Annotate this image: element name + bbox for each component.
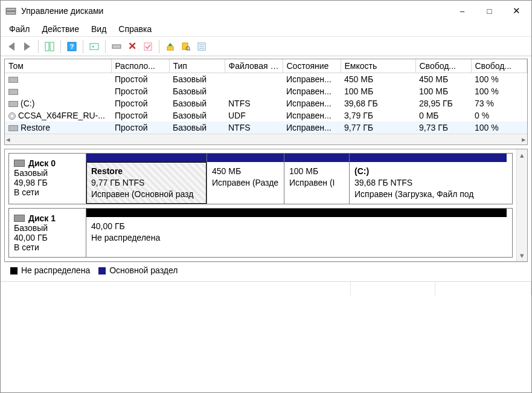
properties-button[interactable] — [141, 39, 155, 54]
legend: Не распределена Основной раздел — [4, 262, 528, 279]
col-capacity[interactable]: Емкость — [341, 59, 415, 73]
volume-layout: Простой — [111, 97, 169, 109]
list-button[interactable] — [194, 39, 209, 54]
volume-freepct: 100 % — [471, 122, 527, 134]
partition[interactable]: 100 МБИсправен (I — [284, 154, 350, 204]
partition-status: Исправен (Разде — [212, 178, 278, 187]
volume-free: 450 МБ — [415, 73, 471, 86]
vertical-scrollbar[interactable]: ▴ ▾ — [516, 149, 527, 261]
volume-status: Исправен... — [283, 122, 341, 134]
title-bar: Управление дисками – □ ✕ — [1, 1, 531, 21]
disk-row: Диск 1Базовый40,00 ГБВ сети40,00 ГБНе ра… — [8, 208, 513, 258]
disk-size: 49,98 ГБ — [14, 178, 81, 187]
toolbar: ? ✕ — [1, 37, 531, 56]
volume-layout: Простой — [111, 122, 169, 134]
partition[interactable]: Restore9,77 ГБ NTFSИсправен (Основной ра… — [86, 154, 207, 204]
volume-status: Исправен... — [283, 73, 341, 86]
volume-capacity: 39,68 ГБ — [341, 97, 415, 109]
drive-icon — [8, 101, 18, 107]
partition-size: 450 МБ — [212, 166, 241, 176]
delete-button[interactable]: ✕ — [125, 39, 139, 54]
disk-type: Базовый — [14, 223, 81, 233]
show-hide-tree-button[interactable] — [42, 39, 57, 54]
partition[interactable]: 450 МБИсправен (Разде — [207, 154, 284, 204]
svg-rect-3 — [50, 42, 54, 51]
col-volume[interactable]: Том — [5, 59, 111, 73]
disk-row: Диск 0Базовый49,98 ГБВ сетиRestore9,77 Г… — [8, 153, 513, 204]
volume-layout: Простой — [111, 73, 169, 86]
disc-icon — [8, 112, 16, 120]
search-button[interactable] — [179, 39, 193, 54]
volume-free: 28,95 ГБ — [415, 97, 471, 109]
refresh-button[interactable] — [87, 39, 101, 54]
partition-status: Исправен (I — [289, 178, 335, 187]
column-headers[interactable]: Том Располо... Тип Файловая с... Состоян… — [5, 59, 527, 73]
col-free[interactable]: Свобод... — [415, 59, 471, 73]
maximize-button[interactable]: □ — [476, 2, 503, 19]
svg-rect-0 — [6, 8, 16, 11]
horizontal-scrollbar[interactable]: ◂ ▸ — [5, 134, 527, 145]
partition-status: Не распределена — [91, 233, 160, 242]
up-button[interactable] — [163, 39, 178, 54]
volume-freepct: 100 % — [471, 73, 527, 86]
volume-row[interactable]: CCSA_X64FRE_RU-...ПростойБазовыйUDFИспра… — [5, 109, 527, 122]
help-button[interactable]: ? — [65, 39, 79, 54]
col-status[interactable]: Состояние — [283, 59, 341, 73]
volume-name: CCSA_X64FRE_RU-... — [18, 111, 105, 120]
volume-type: Базовый — [169, 73, 225, 86]
col-fs[interactable]: Файловая с... — [225, 59, 283, 73]
legend-unallocated: Не распределена — [10, 265, 90, 275]
scroll-left-icon[interactable]: ◂ — [6, 135, 10, 144]
col-type[interactable]: Тип — [169, 59, 225, 73]
disk-title: Диск 0 — [28, 158, 56, 168]
disk-label[interactable]: Диск 0Базовый49,98 ГБВ сети — [9, 154, 86, 204]
svg-rect-6 — [90, 44, 98, 50]
col-freepct[interactable]: Свобод... — [471, 59, 527, 73]
scroll-down-icon[interactable]: ▾ — [520, 251, 524, 260]
volume-row[interactable]: RestoreПростойБазовыйNTFSИсправен...9,77… — [5, 122, 527, 134]
partition-status: Исправен (Загрузка, Файл под — [354, 189, 474, 199]
close-button[interactable]: ✕ — [503, 2, 530, 19]
volume-fs — [225, 85, 283, 97]
partition[interactable]: (C:)39,68 ГБ NTFSИсправен (Загрузка, Фай… — [350, 154, 507, 204]
partition-name: (C:) — [354, 166, 369, 176]
volume-capacity: 100 МБ — [341, 85, 415, 97]
svg-rect-7 — [112, 45, 121, 48]
menu-view[interactable]: Вид — [85, 22, 112, 36]
toolbar-separator — [83, 40, 83, 53]
forward-button[interactable] — [20, 39, 34, 54]
disk-label[interactable]: Диск 1Базовый40,00 ГБВ сети — [9, 209, 86, 257]
menu-help[interactable]: Справка — [112, 22, 158, 36]
disk-map: Диск 0Базовый49,98 ГБВ сетиRestore9,77 Г… — [4, 149, 528, 262]
partition-bar — [207, 154, 284, 162]
minimize-button[interactable]: – — [449, 2, 476, 19]
volume-list[interactable]: Том Располо... Тип Файловая с... Состоян… — [4, 59, 528, 145]
volume-row[interactable]: ПростойБазовыйИсправен...100 МБ100 МБ100… — [5, 85, 527, 97]
menu-bar: Файл Действие Вид Справка — [1, 21, 531, 37]
window-title: Управление дисками — [21, 6, 449, 16]
col-layout[interactable]: Располо... — [111, 59, 169, 73]
volume-capacity: 450 МБ — [341, 73, 415, 86]
partition-bar — [284, 154, 349, 162]
partition[interactable]: 40,00 ГБНе распределена — [86, 209, 507, 257]
toolbar-separator — [60, 40, 61, 53]
back-button[interactable] — [4, 39, 19, 54]
volume-layout: Простой — [111, 85, 169, 97]
partition-bar — [86, 154, 207, 162]
partition-size: 39,68 ГБ NTFS — [354, 178, 412, 187]
scroll-up-icon[interactable]: ▴ — [520, 151, 524, 160]
menu-action[interactable]: Действие — [36, 22, 85, 36]
svg-rect-2 — [45, 42, 49, 51]
volume-row[interactable]: (C:)ПростойБазовыйNTFSИсправен...39,68 Г… — [5, 97, 527, 109]
drive-icon — [8, 125, 18, 131]
volume-type: Базовый — [169, 85, 225, 97]
partition-size: 100 МБ — [289, 166, 318, 176]
volume-row[interactable]: ПростойБазовыйИсправен...450 МБ450 МБ100… — [5, 73, 527, 86]
disk-settings-button[interactable] — [109, 39, 124, 54]
volume-free: 0 МБ — [415, 109, 471, 122]
menu-file[interactable]: Файл — [3, 22, 36, 36]
scroll-right-icon[interactable]: ▸ — [522, 135, 526, 144]
partition-bar — [350, 154, 507, 162]
disk-type: Базовый — [14, 168, 81, 178]
partition-size: 9,77 ГБ NTFS — [91, 178, 144, 187]
